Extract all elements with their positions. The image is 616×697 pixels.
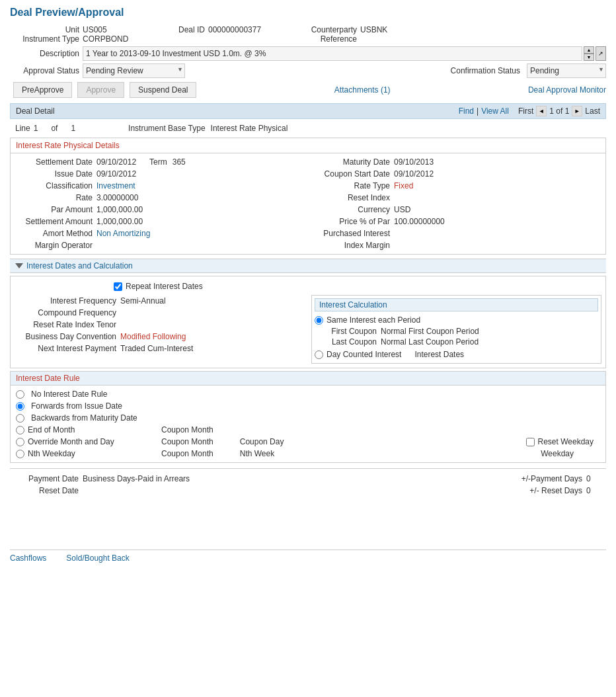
amort-method-label: Amort Method bbox=[11, 229, 96, 238]
settlement-amount-label: Settlement Amount bbox=[11, 217, 96, 226]
override-radio[interactable] bbox=[16, 438, 24, 446]
coupon-start-date-label: Coupon Start Date bbox=[308, 169, 394, 179]
confirmation-status-select[interactable]: Pending bbox=[527, 63, 606, 78]
no-rule-radio[interactable] bbox=[16, 390, 24, 399]
nth-weekday-label: Nth Weekday bbox=[28, 449, 75, 458]
first-label: First bbox=[518, 106, 533, 116]
interest-dates-label: Interest Dates bbox=[414, 350, 464, 359]
approval-status-select[interactable]: Pending Review bbox=[83, 63, 185, 78]
nav-prev-btn[interactable]: ◄ bbox=[536, 106, 547, 116]
description-expand[interactable]: ↗ bbox=[596, 46, 606, 61]
approve-button[interactable]: Approve bbox=[77, 82, 124, 98]
coupon-start-date-value: 09/10/2012 bbox=[394, 169, 434, 179]
description-input[interactable] bbox=[83, 46, 582, 61]
eom-radio[interactable] bbox=[16, 426, 24, 434]
eom-row: End of Month Coupon Month bbox=[16, 424, 600, 436]
forwards-radio[interactable] bbox=[16, 402, 24, 411]
business-day-conv-label: Business Day Convention bbox=[15, 332, 120, 341]
description-scroll-up[interactable]: ▲ bbox=[584, 46, 594, 54]
override-row: Override Month and Day Coupon Month Coup… bbox=[16, 436, 600, 448]
reference-value bbox=[360, 34, 606, 44]
approval-status-label: Approval Status bbox=[10, 66, 83, 75]
description-scroll-down[interactable]: ▼ bbox=[584, 54, 594, 61]
coupon-month-eom-label: Coupon Month bbox=[161, 425, 213, 434]
deal-approval-monitor-link[interactable]: Deal Approval Monitor bbox=[528, 85, 606, 95]
attachments-link[interactable]: Attachments (1) bbox=[334, 85, 391, 95]
issue-date-value: 09/10/2012 bbox=[96, 169, 136, 179]
eom-label: End of Month bbox=[28, 425, 75, 434]
find-link[interactable]: Find bbox=[459, 106, 474, 116]
day-counted-interest-label: Day Counted Interest bbox=[327, 350, 401, 359]
index-margin-label: Index Margin bbox=[308, 241, 394, 250]
settlement-amount-value: 1,000,000.00 bbox=[96, 217, 143, 226]
purchased-interest-label: Purchased Interest bbox=[308, 229, 394, 238]
coupon-month-override-label: Coupon Month bbox=[161, 437, 213, 446]
nth-weekday-radio[interactable] bbox=[16, 450, 24, 458]
suspend-button[interactable]: Suspend Deal bbox=[130, 82, 196, 98]
nth-weekday-row: Nth Weekday Coupon Month Nth Week Weekda… bbox=[16, 448, 600, 460]
nav-sep1: | bbox=[477, 106, 479, 116]
plus-minus-reset-days-label: +/- Reset Days bbox=[500, 486, 586, 495]
reset-index-label: Reset Index bbox=[308, 193, 394, 202]
par-amount-value: 1,000,000.00 bbox=[96, 205, 143, 214]
first-coupon-value: Normal First Coupon Period bbox=[381, 327, 479, 336]
business-day-conv-value: Modified Following bbox=[120, 332, 186, 341]
settlement-date-value: 09/10/2012 bbox=[96, 157, 136, 167]
instrument-base-type-value: Interest Rate Physical bbox=[211, 124, 288, 133]
rate-value: 3.00000000 bbox=[96, 193, 138, 202]
interest-dates-title: Interest Dates and Calculation bbox=[26, 261, 133, 270]
sold-bought-back-link[interactable]: Sold/Bought Back bbox=[66, 554, 129, 563]
classification-value[interactable]: Investment bbox=[96, 181, 135, 190]
nav-next-btn[interactable]: ► bbox=[572, 106, 582, 116]
unit-label: Unit bbox=[10, 25, 83, 34]
maturity-date-value: 09/10/2013 bbox=[394, 157, 434, 167]
repeat-interest-dates-checkbox[interactable] bbox=[114, 282, 122, 291]
forwards-row: Forwards from Issue Date bbox=[16, 400, 600, 412]
counterparty-label: Counterparty bbox=[294, 25, 360, 34]
maturity-date-label: Maturity Date bbox=[308, 157, 394, 167]
of-label: of bbox=[51, 124, 58, 133]
reset-weekday-checkbox[interactable] bbox=[526, 438, 535, 446]
description-label: Description bbox=[10, 49, 83, 58]
irp-details-section: Interest Rate Physical Details Settlemen… bbox=[10, 138, 606, 255]
interest-date-rule-section: Interest Date Rule No Interest Date Rule… bbox=[10, 371, 606, 463]
view-all-link[interactable]: View All bbox=[481, 106, 509, 116]
same-interest-label: Same Interest each Period bbox=[327, 315, 420, 325]
backwards-radio[interactable] bbox=[16, 414, 24, 423]
compound-frequency-label: Compound Frequency bbox=[15, 308, 120, 317]
interest-frequency-value: Semi-Annual bbox=[120, 296, 166, 306]
classification-label: Classification bbox=[11, 181, 96, 190]
deal-detail-title: Deal Detail bbox=[16, 106, 55, 116]
rate-type-value: Fixed bbox=[394, 181, 413, 190]
weekday-label: Weekday bbox=[541, 449, 600, 458]
last-label: Last bbox=[585, 106, 600, 116]
instrument-type-value: CORPBOND bbox=[83, 34, 169, 44]
first-coupon-label: First Coupon bbox=[328, 327, 381, 336]
payment-date-row: Payment Date Business Days-Paid in Arrea… bbox=[10, 473, 606, 485]
backwards-row: Backwards from Maturity Date bbox=[16, 412, 600, 424]
reset-weekday-label: Reset Weekday bbox=[538, 437, 594, 446]
instrument-type-label: Instrument Type bbox=[10, 34, 83, 44]
reset-date-label: Reset Date bbox=[10, 486, 83, 495]
price-pct-par-value: 100.00000000 bbox=[394, 217, 445, 226]
same-interest-radio[interactable] bbox=[315, 316, 323, 325]
reference-label: Reference bbox=[294, 34, 360, 44]
last-coupon-label: Last Coupon bbox=[328, 337, 381, 347]
amort-method-value[interactable]: Non Amortizing bbox=[96, 229, 150, 238]
backwards-label: Backwards from Maturity Date bbox=[31, 413, 137, 423]
term-value: 365 bbox=[173, 157, 186, 167]
line-value: 1 bbox=[34, 124, 38, 133]
of-value: 1 bbox=[71, 124, 75, 133]
day-counted-interest-radio[interactable] bbox=[315, 350, 323, 359]
instrument-base-type-label: Instrument Base Type bbox=[128, 124, 206, 133]
rate-label: Rate bbox=[11, 193, 96, 202]
plus-minus-payment-days-label: +/-Payment Days bbox=[500, 474, 586, 483]
interest-frequency-label: Interest Frequency bbox=[15, 296, 120, 306]
page-title: Deal Preview/Approval bbox=[10, 7, 606, 19]
rate-type-label: Rate Type bbox=[308, 181, 394, 190]
preapprove-button[interactable]: PreApprove bbox=[13, 82, 72, 98]
confirmation-status-label: Confirmation Status bbox=[451, 66, 523, 75]
cashflows-link[interactable]: Cashflows bbox=[10, 554, 46, 563]
price-pct-par-label: Price % of Par bbox=[308, 217, 394, 226]
margin-operator-label: Margin Operator bbox=[11, 241, 96, 250]
